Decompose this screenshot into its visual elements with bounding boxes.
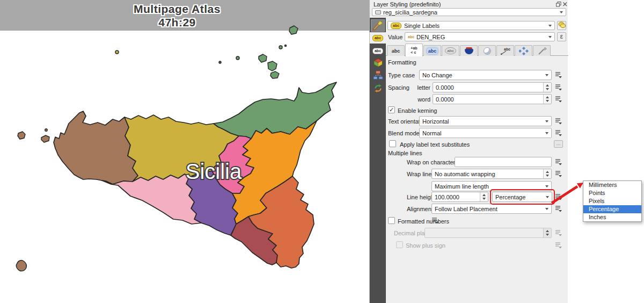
wrap-on-character-label: Wrap on character	[407, 159, 455, 165]
tab-buffer[interactable]: abc	[423, 45, 441, 56]
show-plus-sign-label: Show plus sign	[406, 242, 445, 249]
diagram-icon	[373, 70, 383, 81]
text-orientation-combo[interactable]: Horizontal	[419, 116, 552, 126]
enable-kerning-checkbox[interactable]: ✓	[388, 106, 395, 113]
cube-3d-icon	[373, 57, 383, 69]
callout-icon: abc	[500, 47, 511, 55]
menu-item-inches[interactable]: Inches	[583, 213, 641, 221]
value-label: Value	[388, 34, 402, 40]
province-trapani[interactable]	[54, 111, 138, 184]
wrap-on-character-input[interactable]	[455, 157, 552, 167]
menu-item-pixels[interactable]: Pixels	[583, 197, 641, 205]
tab-shadow[interactable]	[478, 45, 496, 56]
unit-popup-menu: Millimeters Points Pixels Percentage Inc…	[583, 181, 642, 222]
formatted-numbers-label: Formatted numbers	[398, 218, 449, 225]
line-height-unit-combo[interactable]: Percentage	[492, 192, 552, 202]
spacing-label: Spacing	[388, 84, 409, 91]
render-brush-icon	[537, 46, 547, 56]
tab-callouts[interactable]: abc	[496, 45, 514, 56]
data-defined-override-icon[interactable]	[554, 84, 564, 92]
tab-3d-view[interactable]	[370, 57, 386, 68]
blend-mode-label: Blend mode	[388, 130, 420, 136]
max-line-length-combo[interactable]: Maximum line length	[431, 181, 552, 191]
word-spacing-input[interactable]: 0.0000	[433, 94, 552, 104]
sicily-map[interactable]: Sicilia	[0, 0, 369, 303]
data-defined-override-icon[interactable]	[554, 129, 564, 138]
label-mode-combo[interactable]: abc Single Labels	[387, 21, 555, 30]
data-defined-override-icon[interactable]	[431, 217, 440, 225]
enable-kerning-label: Enable kerning	[398, 107, 437, 114]
float-panel-icon[interactable]	[556, 2, 561, 7]
data-defined-override-icon[interactable]	[554, 118, 564, 126]
chevron-down-icon	[560, 11, 563, 13]
tab-formatting[interactable]: +ab < c	[405, 44, 423, 56]
tab-symbology[interactable]	[370, 19, 386, 32]
section-formatting: Formatting	[388, 59, 416, 66]
map-canvas[interactable]: Sicilia Multipage Atlas 47h:29	[0, 0, 369, 303]
menu-item-points[interactable]: Points	[583, 189, 641, 197]
layer-icon	[375, 10, 381, 15]
chevron-down-icon	[548, 36, 552, 38]
type-case-label: Type case	[388, 72, 415, 78]
tab-rendering[interactable]	[533, 45, 551, 56]
abc-icon: abc	[408, 35, 414, 39]
atlas-title: Multipage Atlas 47h:29	[0, 2, 354, 29]
alignment-label: Alignment	[407, 206, 433, 212]
data-defined-override-icon[interactable]	[554, 205, 564, 213]
type-case-combo[interactable]: No Change	[419, 70, 552, 80]
map-label-sicilia: Sicilia	[186, 160, 242, 183]
tab-text[interactable]: abc	[387, 45, 405, 56]
shadow-crescent-icon	[484, 47, 491, 55]
abc-icon: abc	[391, 23, 401, 29]
panel-title: Layer Styling (predefinito)	[374, 1, 441, 8]
tab-placement[interactable]	[515, 45, 532, 56]
placement-arrows-icon	[519, 46, 529, 56]
decimal-places-input	[425, 228, 552, 238]
automated-placement-button[interactable]	[557, 21, 566, 30]
data-defined-override-icon	[554, 242, 564, 250]
data-defined-override-icon[interactable]	[554, 170, 564, 178]
atlas-title-line1: Multipage Atlas	[0, 2, 354, 16]
tab-history[interactable]	[370, 83, 386, 94]
close-panel-icon[interactable]	[562, 2, 568, 7]
line-height-input[interactable]: 100.0000	[431, 192, 488, 202]
yellow-notes-icon	[558, 21, 566, 28]
layer-styling-panel: Layer Styling (predefinito) reg_sicilia_…	[369, 0, 568, 303]
menu-item-millimeters[interactable]: Millimeters	[583, 181, 641, 189]
data-defined-override-icon[interactable]	[554, 96, 564, 104]
word-label: word	[410, 96, 430, 103]
tab-diagrams[interactable]	[370, 70, 386, 81]
label-mode-value: Single Labels	[404, 23, 440, 29]
menu-item-percentage[interactable]: Percentage	[583, 205, 641, 213]
apply-substitutes-label: Apply label text substitutes	[400, 141, 470, 148]
atlas-title-line2: 47h:29	[0, 16, 354, 29]
formatted-numbers-checkbox[interactable]	[388, 217, 395, 224]
tab-background[interactable]	[460, 45, 478, 56]
history-arrows-icon	[374, 84, 383, 94]
tab-mask[interactable]: abc	[442, 45, 459, 56]
substitutes-more-button[interactable]: ...	[554, 140, 563, 148]
province-messina[interactable]	[214, 82, 336, 139]
data-defined-override-icon	[554, 229, 564, 237]
letter-label: letter	[410, 84, 430, 91]
data-defined-override-icon[interactable]	[554, 71, 564, 80]
data-defined-override-icon[interactable]	[554, 158, 564, 167]
background-shape-icon	[465, 47, 473, 54]
wrap-lines-to-input[interactable]: No automatic wrapping	[431, 169, 552, 179]
tab-mask[interactable]: abc	[370, 46, 386, 56]
tab-labels-selected[interactable]: abc	[370, 32, 386, 44]
label-settings-tabbar: abc +ab < c abc abc abc	[386, 44, 568, 56]
layer-select-combo[interactable]: reg_sicilia_sardegna	[372, 8, 566, 16]
apply-substitutes-checkbox[interactable]	[389, 140, 396, 147]
alignment-combo[interactable]: Follow Label Placement	[431, 204, 552, 214]
blend-mode-combo[interactable]: Normal	[419, 128, 552, 138]
labels-abc-icon: abc	[372, 35, 383, 41]
value-field-combo[interactable]: abc DEN_REG	[405, 32, 555, 41]
expression-button[interactable]: ε	[557, 32, 566, 41]
show-plus-sign-checkbox	[396, 241, 403, 248]
letter-spacing-input[interactable]: 0.0000	[433, 82, 552, 92]
app-window: Sicilia Multipage Atlas 47h:29 Layer Sty…	[0, 0, 644, 303]
layer-name: reg_sicilia_sardegna	[383, 9, 437, 16]
data-defined-override-icon[interactable]	[554, 193, 564, 201]
value-field: DEN_REG	[416, 34, 445, 40]
